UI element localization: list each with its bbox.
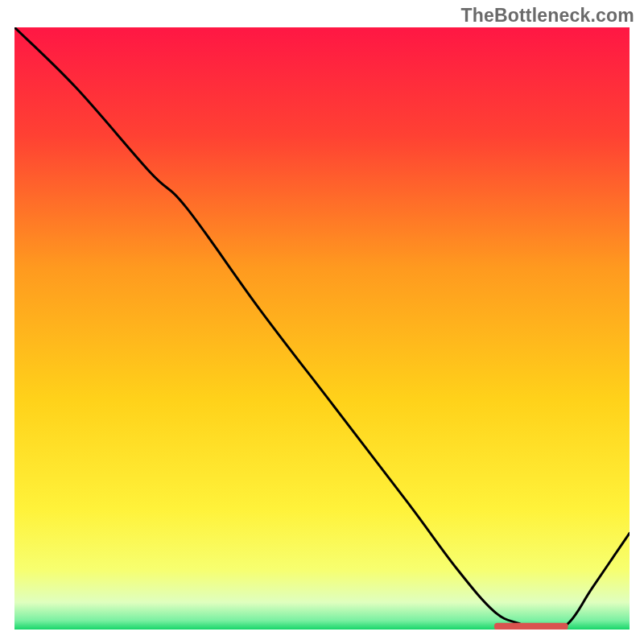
- gradient-background: [14, 27, 630, 630]
- optimal-marker: [494, 623, 568, 630]
- plot-area: [14, 27, 630, 630]
- bottleneck-chart: [14, 27, 630, 630]
- chart-frame: TheBottleneck.com: [0, 0, 644, 644]
- watermark-text: TheBottleneck.com: [460, 5, 634, 27]
